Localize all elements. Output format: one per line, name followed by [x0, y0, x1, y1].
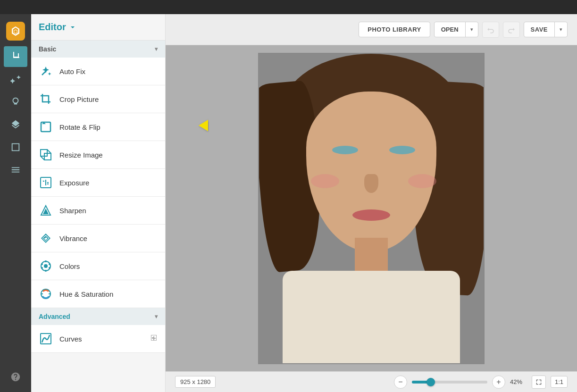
hue-saturation-icon — [39, 287, 53, 301]
menu-item-sharpen[interactable]: Sharpen — [31, 197, 165, 225]
main-layout: Editor Basic ▾ Auto Fix — [0, 14, 577, 392]
svg-point-17 — [41, 267, 43, 269]
resize-image-icon — [39, 148, 53, 162]
sidebar-item-texture[interactable] — [4, 159, 27, 180]
save-dropdown-button[interactable]: ▾ — [555, 23, 567, 36]
svg-marker-21 — [199, 120, 208, 131]
undo-button[interactable] — [482, 22, 499, 38]
menu-item-resize-image[interactable]: Resize Image — [31, 141, 165, 169]
save-button[interactable]: SAVE — [524, 22, 555, 37]
portrait-lips — [352, 209, 390, 221]
zoom-ratio-button[interactable]: 1:1 — [551, 376, 568, 388]
zoom-out-button[interactable]: − — [394, 375, 407, 389]
menu-item-hue-saturation[interactable]: Hue & Saturation — [31, 280, 165, 308]
zoom-slider-thumb[interactable] — [426, 378, 435, 386]
svg-line-0 — [42, 70, 47, 75]
bottom-bar: 925 x 1280 − + 42% 1:1 — [166, 371, 577, 392]
left-panel: Editor Basic ▾ Auto Fix — [31, 14, 166, 392]
auto-fix-label: Auto Fix — [59, 67, 158, 75]
menu-item-crop-picture[interactable]: Crop Picture — [31, 85, 165, 113]
rotate-flip-icon — [39, 120, 53, 134]
zoom-plus-icon: + — [496, 378, 501, 386]
redo-button[interactable] — [503, 22, 520, 38]
open-button[interactable]: OPEN — [435, 22, 466, 37]
crop-picture-icon — [39, 92, 53, 106]
svg-point-16 — [45, 270, 47, 272]
svg-point-12 — [44, 264, 48, 268]
exposure-label: Exposure — [59, 179, 158, 187]
zoom-percent: 42% — [510, 378, 527, 385]
center-area: PHOTO LIBRARY OPEN ▾ SAVE ▾ — [166, 14, 577, 392]
svg-line-5 — [41, 156, 44, 160]
open-dropdown-button[interactable]: ▾ — [466, 23, 478, 36]
portrait-shirt — [283, 271, 460, 363]
colors-label: Colors — [59, 262, 158, 270]
zoom-controls: − + 42% 1:1 — [394, 375, 568, 389]
portrait-cheek-right — [408, 174, 436, 188]
menu-item-colors[interactable]: Colors — [31, 252, 165, 280]
svg-point-18 — [41, 263, 43, 265]
open-button-group: OPEN ▾ — [434, 22, 478, 37]
svg-line-4 — [47, 150, 51, 153]
resize-image-label: Resize Image — [59, 151, 158, 159]
auto-fix-icon — [39, 64, 53, 78]
crop-picture-label: Crop Picture — [59, 95, 158, 103]
sidebar-item-portrait[interactable] — [4, 92, 27, 112]
sidebar-item-enhance[interactable] — [4, 69, 27, 90]
hue-saturation-label: Hue & Saturation — [59, 290, 158, 298]
app-logo[interactable] — [6, 22, 25, 41]
portrait-eye-left — [332, 146, 358, 154]
fullscreen-button[interactable] — [532, 375, 546, 389]
curves-action-icon — [150, 334, 158, 343]
portrait-cheek-left — [311, 174, 339, 188]
menu-item-rotate-flip[interactable]: Rotate & Flip — [31, 113, 165, 141]
sidebar-item-crop[interactable] — [4, 46, 27, 67]
sharpen-label: Sharpen — [59, 207, 158, 215]
portrait-nose — [364, 174, 378, 193]
sidebar-item-help[interactable] — [4, 367, 27, 387]
photo-library-button[interactable]: PHOTO LIBRARY — [359, 22, 430, 37]
basic-section-header[interactable]: Basic ▾ — [31, 41, 165, 58]
basic-section-label: Basic — [39, 45, 56, 53]
menu-item-auto-fix[interactable]: Auto Fix — [31, 58, 165, 85]
zoom-minus-icon: − — [398, 378, 402, 386]
image-dimensions: 925 x 1280 — [175, 376, 216, 388]
zoom-in-button[interactable]: + — [492, 375, 505, 389]
top-toolbar: PHOTO LIBRARY OPEN ▾ SAVE ▾ — [166, 14, 577, 45]
svg-point-14 — [49, 263, 50, 265]
menu-item-exposure[interactable]: Exposure — [31, 169, 165, 197]
menu-item-vibrance[interactable]: Vibrance — [31, 225, 165, 252]
save-button-group: SAVE ▾ — [524, 22, 568, 37]
icon-toolbar — [0, 14, 31, 392]
advanced-section-header[interactable]: Advanced ▾ — [31, 308, 165, 325]
basic-section-chevron: ▾ — [155, 46, 158, 52]
exposure-icon — [39, 175, 53, 190]
curves-icon — [39, 332, 53, 346]
canvas-area — [166, 45, 577, 371]
vibrance-label: Vibrance — [59, 234, 158, 242]
colors-icon — [39, 259, 53, 273]
editor-title-button[interactable]: Editor — [39, 22, 76, 33]
vibrance-icon — [39, 231, 53, 245]
rotate-flip-label: Rotate & Flip — [59, 123, 158, 131]
zoom-slider[interactable] — [412, 381, 487, 384]
sidebar-item-layers[interactable] — [4, 114, 27, 135]
advanced-section-label: Advanced — [39, 313, 70, 320]
menu-item-curves[interactable]: Curves — [31, 325, 165, 353]
sidebar-item-frame[interactable] — [4, 137, 27, 158]
photo-display — [258, 53, 485, 364]
editor-title-label: Editor — [39, 22, 66, 33]
sharpen-icon — [39, 203, 53, 217]
svg-point-13 — [45, 260, 47, 262]
advanced-section-chevron: ▾ — [155, 313, 158, 320]
svg-point-15 — [49, 267, 50, 269]
portrait-eye-right — [389, 146, 415, 154]
editor-header: Editor — [31, 14, 165, 41]
curves-label: Curves — [59, 335, 143, 343]
window-titlebar — [0, 0, 577, 14]
